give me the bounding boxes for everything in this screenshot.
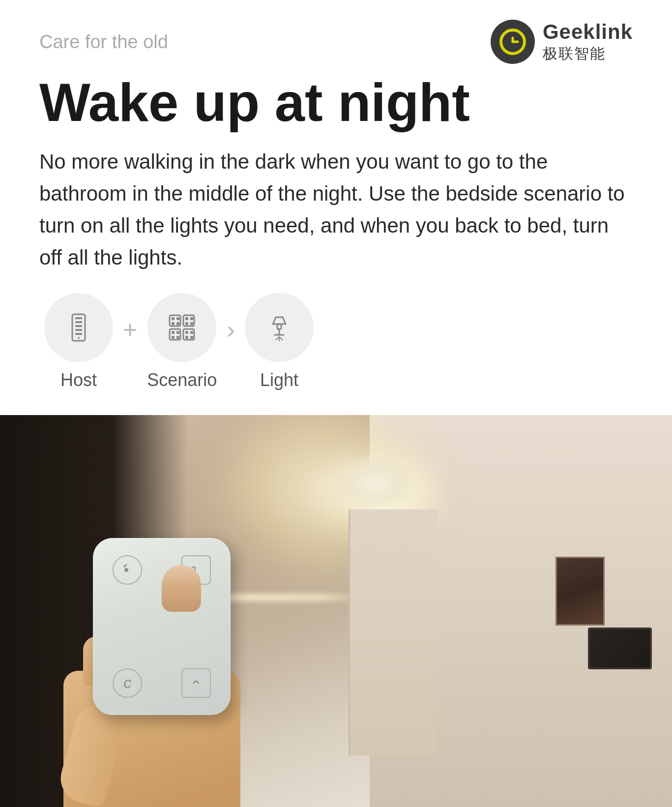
svg-rect-26 — [185, 336, 188, 339]
svg-rect-10 — [176, 317, 179, 320]
logo-circle — [491, 20, 535, 64]
device-button-tl — [113, 555, 142, 585]
br-button-icon — [186, 673, 206, 693]
host-icon-item: Host — [44, 293, 113, 390]
main-title: Wake up at night — [39, 74, 633, 131]
tl-button-icon — [117, 560, 137, 580]
tv-screen — [590, 629, 650, 667]
description: No more walking in the dark when you wan… — [39, 146, 629, 273]
connector-plus: + — [123, 315, 137, 344]
svg-rect-5 — [75, 329, 82, 331]
artwork — [555, 557, 605, 626]
hand-device-container: c — [54, 523, 309, 807]
svg-rect-28 — [277, 324, 281, 329]
brand-name: Geeklink — [543, 20, 633, 44]
svg-rect-11 — [172, 322, 175, 325]
svg-point-34 — [124, 568, 128, 572]
image-section: c — [0, 415, 672, 807]
svg-rect-22 — [176, 336, 179, 339]
svg-rect-6 — [75, 333, 82, 335]
svg-rect-9 — [172, 317, 175, 320]
svg-rect-4 — [75, 325, 82, 327]
svg-line-31 — [276, 337, 279, 340]
svg-line-33 — [279, 337, 283, 340]
svg-rect-12 — [176, 322, 179, 325]
scenario-label: Scenario — [147, 370, 217, 390]
brand-chinese: 极联智能 — [543, 44, 633, 64]
svg-rect-15 — [190, 317, 193, 320]
svg-point-7 — [78, 337, 80, 339]
geeklink-logo-icon — [499, 28, 526, 56]
care-label: Care for the old — [39, 31, 168, 53]
top-section: Care for the old Geeklink 极联智能 Wake up a… — [0, 0, 672, 390]
svg-rect-2 — [75, 317, 82, 319]
device-button-br — [181, 668, 211, 698]
c-label: c — [123, 674, 131, 692]
light-icon-item: Light — [245, 293, 314, 390]
light-label: Light — [260, 370, 298, 390]
light-icon — [262, 310, 296, 345]
svg-rect-25 — [190, 331, 193, 334]
scenario-icon — [165, 310, 199, 345]
svg-rect-20 — [176, 331, 179, 334]
svg-rect-14 — [185, 317, 188, 320]
room-door — [349, 509, 437, 755]
device-button-bl: c — [113, 668, 142, 698]
scenario-icon-item: Scenario — [147, 293, 217, 390]
svg-rect-19 — [172, 331, 175, 334]
page-container: Care for the old Geeklink 极联智能 Wake up a… — [0, 0, 672, 807]
ceiling-fixture — [326, 454, 425, 513]
host-icon — [61, 310, 96, 345]
svg-rect-3 — [75, 321, 82, 323]
connector-arrow: › — [227, 315, 235, 344]
svg-rect-16 — [185, 322, 188, 325]
svg-rect-17 — [190, 322, 193, 325]
scenario-icon-circle — [147, 293, 216, 362]
smart-remote-device: c — [93, 538, 231, 715]
logo-text: Geeklink 极联智能 — [543, 20, 633, 64]
finger-pressing — [162, 565, 201, 612]
host-label: Host — [60, 370, 97, 390]
svg-rect-24 — [185, 331, 188, 334]
tv-frame — [588, 628, 652, 669]
icons-row: Host + — [39, 293, 633, 390]
logo-area: Geeklink 极联智能 — [491, 20, 633, 64]
svg-rect-27 — [190, 336, 193, 339]
light-icon-circle — [245, 293, 314, 362]
header-row: Care for the old Geeklink 极联智能 — [39, 20, 633, 64]
host-icon-circle — [44, 293, 113, 362]
svg-rect-21 — [172, 336, 175, 339]
